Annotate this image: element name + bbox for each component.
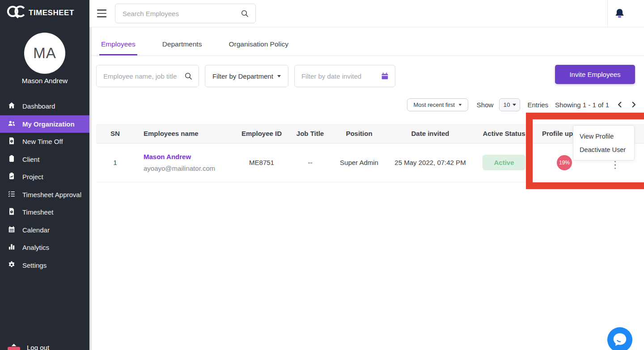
profile-update-percent-badge: 19% [557, 155, 572, 170]
cell-sn: 1 [96, 143, 134, 182]
invite-employees-button[interactable]: Invite Employees [555, 65, 635, 84]
sidebar-item-calendar[interactable]: Calendar [0, 221, 89, 239]
clipboard-icon [8, 155, 16, 164]
tab-bar: Employees Departments Organisation Polic… [89, 27, 644, 56]
qc-logo-icon [6, 4, 27, 21]
main-area: Employees Departments Organisation Polic… [89, 0, 644, 350]
calendar-icon[interactable] [381, 72, 389, 82]
avatar-initials: MA [33, 45, 56, 62]
checklist-icon [8, 190, 16, 199]
employees-table: SN Employees name Employee ID Job Title … [96, 124, 644, 182]
tab-employees[interactable]: Employees [99, 40, 137, 55]
filter-by-department-dropdown[interactable]: Filter by Department [205, 65, 288, 87]
user-avatar: MA [24, 33, 65, 74]
sort-dropdown[interactable]: Most recent first [407, 98, 468, 111]
sidebar-item-timesheet[interactable]: Timesheet [0, 203, 89, 221]
chat-widget-button[interactable] [607, 327, 632, 350]
logout-button[interactable]: Log out [7, 344, 49, 350]
cell-active-status: Active [472, 143, 536, 182]
tab-organisation-policy[interactable]: Organisation Policy [227, 40, 290, 55]
chevron-down-icon [513, 104, 516, 106]
hamburger-menu-icon[interactable] [97, 9, 106, 17]
filter-row: Filter by Department [96, 65, 395, 87]
calendar-icon [8, 225, 16, 235]
table-row: 1 Mason Andrew ayoayo@mailinator.com ME8… [96, 143, 644, 182]
sidebar: TIMESHEET MA Mason Andrew Dashboard My O… [0, 0, 89, 350]
search-icon [241, 9, 249, 20]
header-active-status: Active Status [472, 124, 536, 143]
header-employee-id: Employee ID [233, 124, 291, 143]
header-position: Position [330, 124, 389, 143]
cell-job-title: -- [291, 143, 330, 182]
row-actions-kebab-icon[interactable] [614, 161, 616, 169]
tab-departments[interactable]: Departments [161, 40, 204, 55]
showing-range-text: Showing 1 - 1 of 1 [555, 101, 609, 109]
previous-page-chevron-icon[interactable] [617, 101, 623, 108]
bar-chart-icon [8, 243, 16, 252]
header-date-invited: Date invited [389, 124, 472, 143]
topbar-divider [607, 0, 608, 27]
show-label: Show [477, 101, 494, 109]
search-employees-input[interactable] [115, 4, 255, 23]
sidebar-edge-strip [89, 27, 92, 350]
logout-icon [7, 344, 21, 350]
status-badge: Active [483, 155, 525, 170]
header-employees-name: Employees name [134, 124, 233, 143]
sidebar-item-dashboard[interactable]: Dashboard [0, 97, 89, 115]
filter-by-date-input[interactable] [295, 65, 395, 87]
doc-clock-icon [8, 137, 16, 146]
cell-date-invited: 25 May 2022, 07:42 PM [389, 143, 472, 182]
sidebar-item-client[interactable]: Client [0, 151, 89, 169]
header-sn: SN [96, 124, 134, 143]
user-name: Mason Andrew [0, 77, 89, 85]
project-chart-icon [8, 172, 16, 181]
home-icon [8, 101, 16, 111]
gear-icon [8, 261, 16, 270]
sidebar-item-analytics[interactable]: Analytics [0, 239, 89, 257]
app-logo: TIMESHEET [6, 4, 74, 21]
topbar [89, 0, 644, 27]
next-page-chevron-icon[interactable] [631, 101, 637, 108]
app-title: TIMESHEET [29, 8, 74, 17]
cell-employee-id: ME8751 [233, 143, 291, 182]
page-size-dropdown[interactable]: 10 [499, 98, 520, 111]
employee-filter-field [96, 65, 199, 87]
users-icon [8, 119, 16, 129]
sidebar-item-project[interactable]: Project [0, 168, 89, 186]
topbar-search [115, 4, 256, 23]
cell-position: Super Admin [330, 143, 389, 182]
sidebar-item-new-time-off[interactable]: New Time Off [0, 133, 89, 151]
chevron-down-icon [458, 104, 462, 105]
header-job-title: Job Title [291, 124, 330, 143]
menu-item-view-profile[interactable]: View Profile [573, 130, 634, 143]
menu-item-deactivate-user[interactable]: Deactivate User [573, 143, 634, 156]
notification-bell-icon[interactable] [614, 8, 626, 21]
employee-name-filter-input[interactable] [97, 65, 199, 87]
list-controls: Most recent first Show 10 Entries Showin… [407, 98, 637, 111]
doc-clock-icon [8, 207, 16, 217]
employee-name-link[interactable]: Mason Andrew [144, 153, 233, 160]
sidebar-item-timesheet-approval[interactable]: Timesheet Approval [0, 186, 89, 204]
table-header-row: SN Employees name Employee ID Job Title … [96, 124, 644, 143]
cell-employee: Mason Andrew ayoayo@mailinator.com [134, 143, 233, 182]
date-filter-field [294, 65, 395, 87]
sidebar-item-settings[interactable]: Settings [0, 257, 89, 274]
chevron-down-icon [277, 75, 281, 77]
search-icon [184, 72, 193, 82]
employee-email: ayoayo@mailinator.com [144, 164, 233, 172]
sidebar-menu: Dashboard My Organization New Time Off C… [0, 97, 89, 274]
sidebar-item-my-organization[interactable]: My Organization [0, 115, 89, 133]
row-context-menu: View Profile Deactivate User [573, 125, 635, 160]
entries-label: Entries [527, 101, 548, 109]
